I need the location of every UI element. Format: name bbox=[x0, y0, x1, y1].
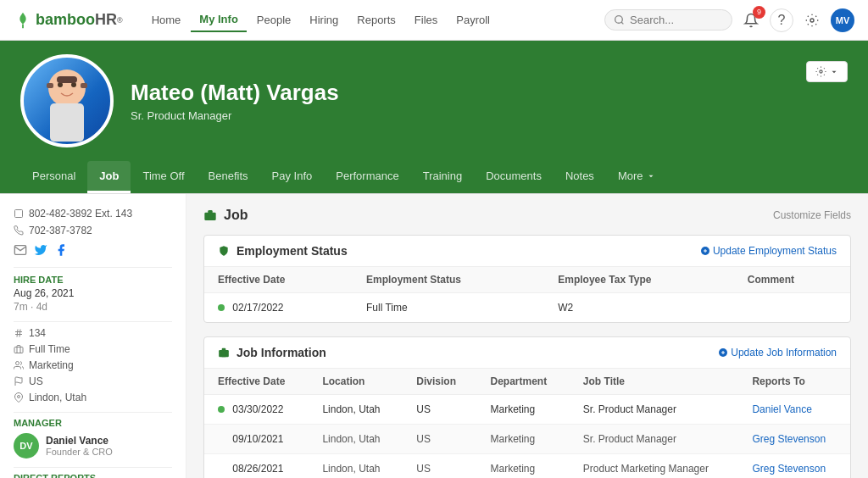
phone-icon bbox=[14, 225, 24, 236]
svg-point-20 bbox=[18, 396, 20, 398]
facebook-icon[interactable] bbox=[54, 243, 68, 257]
id-icon bbox=[14, 344, 24, 354]
content-area: Job Customize Fields Employment Status U… bbox=[186, 194, 868, 478]
col-employment-status: Employment Status bbox=[353, 267, 544, 293]
settings-icon[interactable] bbox=[800, 8, 824, 32]
table-row: 03/30/2022 Lindon, Utah US Marketing Sr.… bbox=[204, 395, 850, 425]
svg-rect-7 bbox=[57, 76, 77, 83]
tab-payinfo[interactable]: Pay Info bbox=[260, 161, 325, 193]
logo-hr: HR bbox=[95, 11, 117, 29]
job-info-title: Job Information bbox=[218, 346, 326, 359]
profile-name: Mateo (Matt) Vargas bbox=[131, 80, 848, 106]
search-input[interactable] bbox=[630, 14, 723, 26]
tab-personal[interactable]: Personal bbox=[20, 161, 87, 193]
nav-links: Home My Info People Hiring Reports Files… bbox=[143, 8, 604, 32]
jcol-location: Location bbox=[309, 369, 403, 395]
profile-avatar bbox=[20, 54, 114, 147]
plus-circle-icon-2 bbox=[718, 347, 728, 358]
search-box[interactable] bbox=[604, 9, 732, 31]
sidebar-phone1: 802-482-3892 Ext. 143 bbox=[14, 208, 172, 220]
update-employment-status[interactable]: Update Employment Status bbox=[700, 245, 837, 257]
update-job-information[interactable]: Update Job Information bbox=[718, 347, 837, 358]
help-icon[interactable]: ? bbox=[770, 8, 793, 32]
gear-settings-button[interactable] bbox=[806, 61, 848, 82]
customize-fields[interactable]: Customize Fields bbox=[773, 209, 851, 221]
hash-icon bbox=[14, 328, 24, 338]
top-nav: bamboo HR ® Home My Info People Hiring R… bbox=[0, 0, 868, 41]
building-icon bbox=[14, 208, 24, 219]
nav-home[interactable]: Home bbox=[143, 8, 190, 31]
jcol-date: Effective Date bbox=[204, 369, 309, 395]
profile-info: Mateo (Matt) Vargas Sr. Product Manager bbox=[131, 80, 848, 122]
profile-header: Mateo (Matt) Vargas Sr. Product Manager bbox=[0, 41, 868, 161]
emp-status-title: Employment Status bbox=[218, 244, 348, 258]
svg-point-0 bbox=[615, 16, 623, 24]
nav-people[interactable]: People bbox=[248, 8, 299, 31]
tab-notes[interactable]: Notes bbox=[554, 161, 606, 193]
table-row: 02/17/2022 Full Time W2 bbox=[204, 293, 850, 323]
status-dot-empty bbox=[218, 465, 225, 472]
notification-bell[interactable]: 9 bbox=[739, 8, 763, 32]
tenure: 7m · 4d bbox=[14, 301, 172, 313]
hire-date-label: Hire Date bbox=[14, 275, 172, 285]
tab-training[interactable]: Training bbox=[411, 161, 474, 193]
tab-performance[interactable]: Performance bbox=[324, 161, 410, 193]
manager-name: Daniel Vance bbox=[46, 435, 113, 447]
svg-rect-9 bbox=[81, 83, 87, 88]
nav-payroll[interactable]: Payroll bbox=[448, 8, 498, 31]
bamboo-icon bbox=[14, 11, 32, 30]
status-dot bbox=[218, 406, 225, 413]
manager-row: DV Daniel Vance Founder & CRO bbox=[14, 433, 172, 459]
status-dot bbox=[218, 304, 225, 311]
jcol-dept: Department bbox=[476, 369, 569, 395]
svg-line-15 bbox=[17, 330, 18, 337]
hire-date: Aug 26, 2021 bbox=[14, 287, 172, 299]
tab-benefits[interactable]: Benefits bbox=[197, 161, 260, 193]
col-tax-type: Employee Tax Type bbox=[544, 267, 734, 293]
svg-rect-8 bbox=[47, 83, 53, 88]
svg-point-2 bbox=[810, 19, 814, 22]
svg-point-10 bbox=[820, 70, 822, 73]
manager-role: Founder & CRO bbox=[46, 447, 113, 457]
tabs-bar: Personal Job Time Off Benefits Pay Info … bbox=[0, 161, 868, 194]
svg-point-18 bbox=[16, 362, 19, 365]
people-icon bbox=[14, 360, 24, 370]
nav-right: 9 ? MV bbox=[604, 8, 854, 32]
direct-reports-label: Direct Reports bbox=[14, 473, 172, 478]
jcol-title: Job Title bbox=[570, 369, 739, 395]
tab-more[interactable]: More bbox=[606, 161, 667, 193]
chevron-down-icon bbox=[830, 68, 838, 76]
svg-rect-4 bbox=[50, 103, 84, 142]
job-section-header: Job Customize Fields bbox=[203, 208, 851, 223]
table-row: 09/10/2021 Lindon, Utah US Marketing Sr.… bbox=[204, 425, 850, 454]
logo[interactable]: bamboo HR ® bbox=[14, 11, 123, 30]
twitter-icon[interactable] bbox=[34, 243, 47, 257]
nav-files[interactable]: Files bbox=[406, 8, 446, 31]
svg-line-1 bbox=[621, 22, 623, 24]
plus-circle-icon bbox=[700, 246, 710, 256]
jcol-reports: Reports To bbox=[738, 369, 850, 395]
col-comment: Comment bbox=[734, 267, 850, 293]
tab-timeoff[interactable]: Time Off bbox=[131, 161, 196, 193]
svg-rect-17 bbox=[14, 347, 23, 353]
tab-job[interactable]: Job bbox=[87, 161, 131, 193]
user-avatar-nav[interactable]: MV bbox=[831, 8, 854, 32]
nav-myinfo[interactable]: My Info bbox=[191, 8, 247, 32]
shield-icon bbox=[218, 245, 230, 257]
logo-bamboo: bamboo bbox=[36, 11, 95, 29]
manager-label: Manager bbox=[14, 418, 172, 428]
status-dot-empty bbox=[218, 436, 225, 442]
sidebar: 802-482-3892 Ext. 143 702-387-3782 Hire … bbox=[0, 194, 186, 478]
profile-photo bbox=[33, 61, 101, 142]
svg-line-16 bbox=[19, 330, 20, 337]
briefcase-icon-2 bbox=[218, 347, 230, 358]
email-icon[interactable] bbox=[14, 243, 27, 257]
job-title: Job bbox=[203, 208, 248, 223]
manager-info: Daniel Vance Founder & CRO bbox=[46, 435, 113, 457]
nav-reports[interactable]: Reports bbox=[348, 8, 404, 31]
main-layout: 802-482-3892 Ext. 143 702-387-3782 Hire … bbox=[0, 194, 868, 478]
tab-documents[interactable]: Documents bbox=[474, 161, 554, 193]
table-row: 08/26/2021 Lindon, Utah US Marketing Pro… bbox=[204, 454, 850, 479]
nav-hiring[interactable]: Hiring bbox=[301, 8, 347, 31]
job-information-section: Job Information Update Job Information E… bbox=[203, 336, 851, 478]
